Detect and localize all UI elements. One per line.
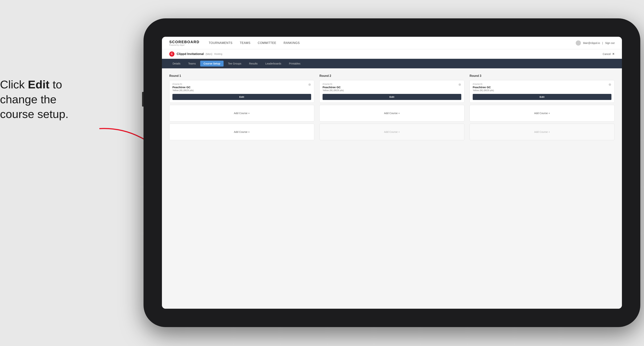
round-2-column: Round 2 ⊗ (Course A) Peachtree GC Yellow… [320,74,464,142]
round-2-course-tee: Yellow (M) (6629 yds) [322,89,461,92]
round-2-add-course-label-2: Add Course + [384,131,400,133]
round-1-edit-button[interactable]: Edit [172,94,311,100]
nav-user: blair@clippd.io | Sign out [576,40,614,46]
side-button [142,92,144,107]
round-2-course-name: Peachtree GC [322,86,461,89]
round-1-course-tee: Yellow (M) (6629 yds) [172,89,311,92]
round-2-edit-button[interactable]: Edit [322,94,461,100]
round-3-add-course-1[interactable]: Add Course + [470,105,614,122]
round-1-add-course-2[interactable]: Add Course + [169,124,314,140]
round-2-add-course-label-1: Add Course + [384,112,400,115]
round-2-add-course-2: Add Course + [320,124,464,140]
round-1-column: Round 1 ⊗ (Course A) Peachtree GC Yellow… [169,74,314,142]
tab-course-setup[interactable]: Course Setup [200,61,224,66]
tab-teams[interactable]: Teams [185,61,199,66]
round-3-add-course-2: Add Course + [470,124,614,140]
nav-pipe: | [602,41,603,44]
instruction-text: Click Edit to change the course setup. [0,77,103,122]
round-3-title: Round 3 [470,74,614,78]
clippd-logo: C [169,51,174,57]
user-avatar [576,40,581,46]
nav-links: TOURNAMENTS TEAMS COMMITTEE RANKINGS [209,41,576,45]
top-nav: SCOREBOARD Powered by clippd TOURNAMENTS… [162,37,622,49]
round-3-course-tee: Yellow (M) (6629 yds) [473,89,612,92]
rounds-container: Round 1 ⊗ (Course A) Peachtree GC Yellow… [169,74,614,142]
round-1-delete-icon[interactable]: ⊗ [308,82,312,87]
round-1-course-name: Peachtree GC [172,86,311,89]
round-3-course-card: ⊗ (Course A) Peachtree GC Yellow (M) (66… [470,80,614,103]
tab-tee-groups[interactable]: Tee Groups [225,61,244,66]
round-2-delete-icon[interactable]: ⊗ [458,82,462,87]
round-2-add-course-1[interactable]: Add Course + [320,105,464,122]
sub-bar: C Clippd Invitational (Men) Hosting Canc… [162,49,622,59]
round-2-course-card: ⊗ (Course A) Peachtree GC Yellow (M) (66… [320,80,464,103]
user-email: blair@clippd.io [583,41,600,44]
round-1-title: Round 1 [169,74,314,78]
cancel-icon: ✕ [612,52,614,55]
round-1-add-course-label-2: Add Course + [234,131,250,133]
tournament-name: Clippd Invitational [177,52,204,56]
round-3-course-name: Peachtree GC [473,86,612,89]
round-1-add-course-label-1: Add Course + [234,112,250,115]
round-3-add-course-label-1: Add Course + [534,112,550,115]
tab-printables[interactable]: Printables [286,61,304,66]
tablet-screen: SCOREBOARD Powered by clippd TOURNAMENTS… [162,37,622,309]
nav-teams[interactable]: TEAMS [240,41,250,45]
main-content: Round 1 ⊗ (Course A) Peachtree GC Yellow… [162,68,622,309]
round-3-delete-icon[interactable]: ⊗ [608,82,612,87]
edit-bold: Edit [28,78,50,91]
round-3-column: Round 3 ⊗ (Course A) Peachtree GC Yellow… [470,74,614,142]
tablet-shell: SCOREBOARD Powered by clippd TOURNAMENTS… [144,18,640,327]
nav-committee[interactable]: COMMITTEE [258,41,276,45]
tournament-gender: (Men) [206,53,212,55]
round-1-add-course-1[interactable]: Add Course + [169,105,314,122]
round-3-edit-button[interactable]: Edit [473,94,612,100]
nav-rankings[interactable]: RANKINGS [284,41,300,45]
round-1-course-label: (Course A) [172,83,311,85]
scoreboard-logo: SCOREBOARD Powered by clippd [169,40,200,46]
nav-tournaments[interactable]: TOURNAMENTS [209,41,232,45]
tab-bar: Details Teams Course Setup Tee Groups Re… [162,59,622,68]
cancel-button[interactable]: Cancel ✕ [603,52,614,56]
tab-leaderboards[interactable]: Leaderboards [262,61,284,66]
round-1-course-card: ⊗ (Course A) Peachtree GC Yellow (M) (66… [169,80,314,103]
sign-out-link[interactable]: Sign out [605,41,614,44]
round-2-course-label: (Course A) [322,83,461,85]
scoreboard-subtitle: Powered by clippd [169,44,200,46]
tab-details[interactable]: Details [169,61,184,66]
round-3-add-course-label-2: Add Course + [534,131,550,133]
round-2-title: Round 2 [320,74,464,78]
scoreboard-title: SCOREBOARD [169,40,200,44]
hosting-badge: Hosting [214,53,222,55]
tab-results[interactable]: Results [246,61,261,66]
round-3-course-label: (Course A) [473,83,612,85]
